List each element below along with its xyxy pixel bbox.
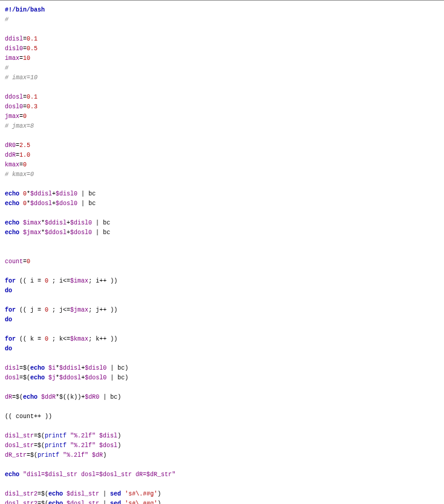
token-var: kmax [5, 162, 19, 168]
token-cmd: bc [110, 394, 117, 401]
token-cmd: )) [106, 307, 117, 313]
token-cmd: | [77, 191, 88, 197]
token-op: ) [103, 452, 106, 459]
token-var: $dosl0 [56, 200, 77, 207]
token-var: dosl_str [5, 442, 34, 449]
token-cmt: # kmax=0 [5, 171, 34, 178]
token-num: 0.5 [27, 45, 38, 52]
token-cmd: ; j [88, 307, 99, 313]
token-kw: echo [30, 365, 45, 371]
token-op: ) [157, 500, 161, 504]
token-var: $imax [23, 220, 41, 226]
token-kw: echo [48, 491, 63, 497]
token-kw: echo [5, 220, 19, 226]
token-fn: printf [45, 433, 67, 439]
token-kw: for [5, 307, 16, 313]
token-cmt: # imax=10 [5, 74, 38, 81]
token-var: $ddosl [59, 375, 81, 381]
token-var: $dR [92, 452, 103, 459]
token-cmd: | [99, 500, 110, 504]
token-var: $i [48, 365, 56, 371]
token-var: disl0 [5, 45, 23, 52]
token-cmd: | [92, 229, 103, 236]
token-op: $( [41, 491, 48, 497]
token-op: ) [125, 375, 128, 381]
token-var: $dosl0 [85, 375, 106, 381]
token-sed: 's#\.##g' [125, 491, 157, 497]
token-var: dR0 [5, 142, 16, 149]
token-cmd: (( k [16, 336, 38, 342]
token-cmd: ; i [48, 278, 63, 284]
token-op: ++ [99, 278, 106, 284]
bash-script: #!/bin/bash # ddisl=0.1 disl0=0.5 imax=1… [5, 7, 444, 504]
token-num: 0.1 [27, 94, 38, 100]
token-var: $jmax [23, 229, 41, 236]
token-var: $disl_str [45, 471, 77, 478]
token-num: 0.3 [27, 103, 38, 110]
token-op: ++ )) [34, 413, 52, 420]
token-var: ddosl [5, 94, 23, 100]
token-kw: do [5, 316, 12, 323]
token-op: ) [125, 365, 128, 371]
token-cmd: ; j [48, 307, 63, 313]
token-var: $ddisl [30, 191, 52, 197]
token-op: $( [30, 452, 38, 459]
token-cmd: count [16, 413, 34, 420]
token-cmt: # [5, 65, 8, 71]
token-kw: do [5, 345, 12, 352]
token-cmd: (( j [16, 307, 38, 313]
token-var: $imax [70, 278, 88, 284]
token-op: $( [38, 442, 45, 449]
token-var: count [5, 258, 23, 265]
token-cmd: | [99, 394, 110, 401]
token-str: "%.2lf" [70, 433, 96, 439]
token-num: 0.1 [27, 36, 38, 42]
token-num: 0 [23, 162, 27, 168]
token-var: $ddosl [30, 200, 52, 207]
token-var: $disl [99, 433, 117, 439]
token-cmd: bc [103, 220, 110, 226]
token-kw: for [5, 336, 16, 342]
token-op: ) [157, 491, 161, 497]
token-var: jmax [5, 113, 19, 120]
token-op: $( [38, 433, 45, 439]
token-cmd: bc [117, 365, 125, 371]
token-var: $disl0 [70, 220, 92, 226]
token-var: imax [5, 55, 19, 62]
token-kw: echo [5, 200, 19, 207]
token-cmd: | [92, 220, 103, 226]
token-op: $( [41, 500, 48, 504]
token-var: $dosl0 [70, 229, 92, 236]
token-var: disl_str2 [5, 491, 38, 497]
token-kw: do [5, 287, 12, 294]
token-var: $dR_str [146, 471, 172, 478]
token-str: dR= [132, 471, 146, 478]
token-var: $dR0 [85, 394, 99, 401]
token-op: ++ [99, 307, 106, 313]
token-var: $dosl [99, 442, 117, 449]
token-kw: echo [5, 229, 19, 236]
token-var: dosl_str2 [5, 500, 38, 504]
token-op: (( [5, 413, 16, 420]
token-op: <= [63, 278, 70, 284]
token-op: ) [117, 442, 121, 449]
token-fn: printf [38, 452, 59, 459]
token-var: ddR [5, 152, 16, 159]
token-cmd: )) [106, 336, 117, 342]
token-kw: echo [5, 471, 19, 478]
token-kw: sed [110, 500, 121, 504]
token-var: $ddisl [59, 365, 81, 371]
token-op: $( [16, 394, 23, 401]
token-num: 2.5 [19, 142, 30, 149]
token-cmd: ; k [88, 336, 99, 342]
token-op: ) [117, 394, 121, 401]
token-op: ) [117, 433, 121, 439]
token-cmd: | [77, 200, 88, 207]
token-cmd: bc [103, 229, 110, 236]
token-var: ddisl [5, 36, 23, 42]
token-var: $dosl_str [67, 500, 99, 504]
token-kw: echo [23, 394, 38, 401]
token-cmd: | [106, 365, 117, 371]
token-op: $(( [59, 394, 70, 401]
token-num: 0 [23, 113, 27, 120]
